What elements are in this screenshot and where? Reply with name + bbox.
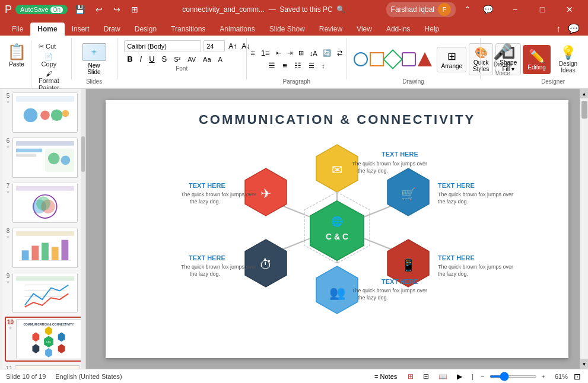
slide-item[interactable]: 11 ★ 📍 📋 <box>5 364 83 369</box>
v-scrollbar-thumb[interactable] <box>581 101 587 119</box>
slideshow-button[interactable]: ▶ <box>454 371 465 382</box>
reading-view-button[interactable]: 📖 <box>436 371 450 382</box>
redo-button[interactable]: ↪ <box>110 4 124 15</box>
maximize-button[interactable]: □ <box>529 0 556 19</box>
new-slide-button[interactable]: + New Slide <box>78 42 111 76</box>
autosave-toggle[interactable]: AutoSave On <box>15 5 68 14</box>
svg-text:C & C: C & C <box>326 232 348 241</box>
share-button[interactable]: ↑ <box>552 23 564 36</box>
right-scrollbar[interactable]: ▲ ▼ <box>580 89 588 369</box>
scrollbar-track <box>581 98 587 359</box>
dictate-button[interactable]: 🎤 Dictate <box>487 40 518 70</box>
font-color-button[interactable]: A <box>215 55 225 63</box>
svg-point-5 <box>62 110 69 117</box>
comments-ribbon-button[interactable]: 💬 <box>564 22 583 36</box>
columns-button[interactable]: ⊞ <box>296 47 306 59</box>
slide-item[interactable]: 9 ★ <box>5 272 83 314</box>
font-row1: A↑ A↓ <box>124 40 239 52</box>
justify-button[interactable]: ☰ <box>306 60 317 71</box>
zoom-slider[interactable] <box>490 375 537 378</box>
autosave-label: AutoSave <box>20 6 49 13</box>
tab-insert[interactable]: Insert <box>65 23 97 36</box>
minimize-button[interactable]: − <box>501 0 529 19</box>
decrease-indent-button[interactable]: ⇤ <box>274 47 284 59</box>
voice-group-label: Voice <box>495 70 510 78</box>
triangle-shape[interactable] <box>418 52 432 66</box>
slide-star: ★ <box>6 99 10 104</box>
customize-qat-button[interactable]: ⊞ <box>128 4 142 15</box>
slide-item[interactable]: 8 ★ <box>5 226 83 269</box>
slide-item-active[interactable]: 10 ★ COMMUNICATION & CONNECTIVITY C&C <box>5 317 83 362</box>
user-name: Farshad Iqbal <box>391 5 434 14</box>
increase-font-button[interactable]: A↑ <box>227 41 238 52</box>
strikethrough-button[interactable]: S <box>159 54 170 64</box>
cut-button[interactable]: ✂ Cut <box>35 42 63 52</box>
diamond-shape[interactable] <box>383 49 403 69</box>
tab-review[interactable]: Review <box>312 23 349 36</box>
tab-animations[interactable]: Animations <box>212 23 262 36</box>
slide-item[interactable]: 7 ★ <box>5 181 83 224</box>
slide-sorter-button[interactable]: ⊟ <box>421 371 431 382</box>
undo-button[interactable]: ↩ <box>92 4 106 15</box>
design-ideas-button[interactable]: 💡 Design Ideas <box>553 43 583 76</box>
editing-button[interactable]: ✏️ Editing <box>523 45 551 74</box>
normal-view-button[interactable]: ⊞ <box>405 371 416 382</box>
svg-rect-14 <box>16 186 74 191</box>
text-direction-button[interactable]: ↕A <box>307 47 320 59</box>
scroll-down-button[interactable]: ▼ <box>580 359 589 369</box>
copy-button[interactable]: 📄 Copy <box>35 52 63 69</box>
rounded-rect-shape[interactable] <box>402 52 416 66</box>
arrange-button[interactable]: ⊞ Arrange <box>437 47 466 72</box>
char-spacing-button[interactable]: AV <box>185 55 199 63</box>
align-left-button[interactable]: ☰ <box>265 60 278 71</box>
font-family-input[interactable] <box>124 40 201 52</box>
font-size-input[interactable] <box>204 40 225 52</box>
notes-button[interactable]: = Notes <box>371 372 401 381</box>
panel-scrollbar[interactable] <box>81 89 85 369</box>
slide-thumb-active-svg: COMMUNICATION & CONNECTIVITY C&C <box>17 320 81 359</box>
tab-addins[interactable]: Add-ins <box>379 23 418 36</box>
fit-slide-button[interactable]: ⊡ <box>573 371 582 382</box>
bold-button[interactable]: B <box>124 54 135 64</box>
paste-label: Paste <box>9 61 24 68</box>
oval-shape[interactable] <box>354 52 368 66</box>
clipboard-actions: ✂ Cut 📄 Copy 🖌 Format Painter <box>31 40 66 94</box>
slide-item[interactable]: 5 ★ <box>5 91 83 134</box>
save-button[interactable]: 💾 <box>71 4 88 15</box>
underline-button[interactable]: U <box>146 54 157 64</box>
line-spacing-button[interactable]: ↕ <box>319 60 328 71</box>
tab-view[interactable]: View <box>349 23 379 36</box>
tab-design[interactable]: Design <box>128 23 164 36</box>
smart-art-button[interactable]: 🔄 <box>320 47 333 59</box>
slide-item[interactable]: 6 ★ <box>5 136 83 179</box>
increase-indent-button[interactable]: ⇥ <box>285 47 295 59</box>
convert-button[interactable]: ⇄ <box>335 47 345 59</box>
comments-button[interactable]: 💬 <box>479 4 497 15</box>
align-center-button[interactable]: ≡ <box>279 60 290 71</box>
bullets-button[interactable]: ≡ <box>248 47 258 59</box>
close-button[interactable]: ✕ <box>556 0 583 19</box>
tab-slideshow[interactable]: Slide Show <box>262 23 312 36</box>
title-bar-right: Farshad Iqbal F ⌃ 💬 − □ ✕ <box>386 0 583 19</box>
language-info: English (United States) <box>55 373 122 380</box>
change-case-button[interactable]: Aa <box>200 55 214 63</box>
tab-help[interactable]: Help <box>418 23 447 36</box>
numbering-button[interactable]: 1≡ <box>259 47 272 59</box>
scroll-up-button[interactable]: ▲ <box>580 89 589 98</box>
svg-text:✈: ✈ <box>260 186 271 201</box>
italic-button[interactable]: I <box>137 54 145 64</box>
ribbon-toggle-button[interactable]: ⌃ <box>460 4 475 15</box>
align-right-button[interactable]: ☷ <box>291 60 304 71</box>
autosave-state[interactable]: On <box>50 7 63 13</box>
slide-star-active: ★ <box>8 325 12 331</box>
shapes-row1 <box>354 52 432 66</box>
tab-home[interactable]: Home <box>30 23 64 36</box>
tab-transitions[interactable]: Transitions <box>164 23 212 36</box>
tab-draw[interactable]: Draw <box>97 23 128 36</box>
shadow-button[interactable]: S² <box>171 55 183 63</box>
rect-shape[interactable] <box>370 52 384 66</box>
svg-rect-7 <box>16 141 74 146</box>
tab-file[interactable]: File <box>5 23 30 36</box>
svg-text:COMMUNICATION & CONNECTIVITY: COMMUNICATION & CONNECTIVITY <box>199 112 475 127</box>
paste-button[interactable]: 📋 Paste <box>2 40 31 94</box>
